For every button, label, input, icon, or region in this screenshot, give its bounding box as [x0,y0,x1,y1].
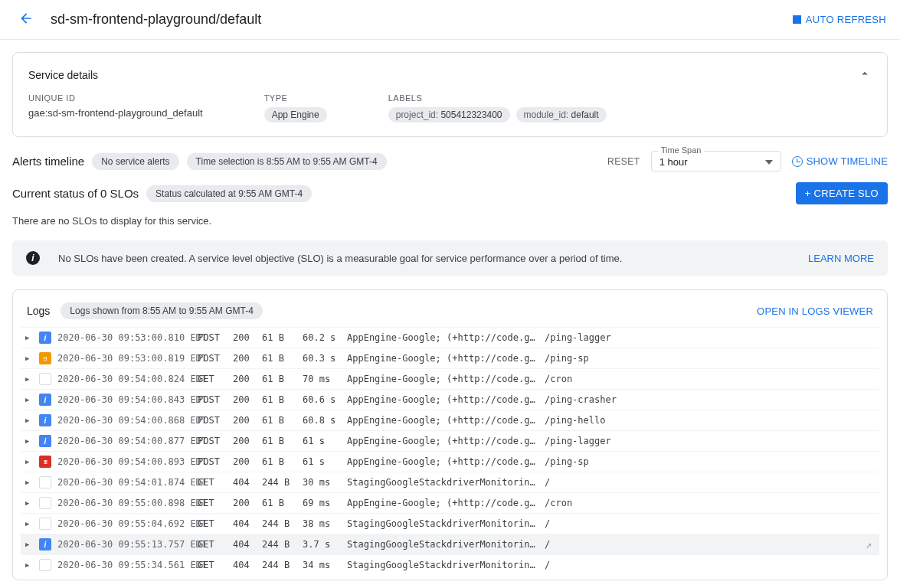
log-row[interactable]: ▶2020-06-30 09:54:00.893 EDTPOST20061 B6… [21,451,879,472]
auto-refresh-button[interactable]: AUTO REFRESH [793,14,886,25]
log-row[interactable]: ▶2020-06-30 09:53:00.810 EDTPOST20061 B6… [21,327,879,348]
service-details-title: Service details [28,69,98,81]
log-status: 200 [233,332,256,343]
expand-icon[interactable]: ▶ [25,458,33,466]
log-row[interactable]: ▶2020-06-30 09:54:00.877 EDTPOST20061 B6… [21,430,879,451]
log-timestamp: 2020-06-30 09:54:00.877 EDT [57,436,191,446]
timespan-select[interactable]: Time Span 1 hour [651,151,781,172]
log-method: GET [198,374,227,384]
log-status: 404 [233,518,256,529]
expand-icon[interactable]: ▶ [25,561,33,569]
log-agent: AppEngine-Google; (+http://code.googl… [347,374,538,384]
page-title: sd-sm-frontend-playground/default [51,11,261,28]
chevron-down-icon [765,160,773,165]
log-duration: 60.3 s [303,353,341,364]
expand-icon[interactable]: ▶ [25,334,33,341]
log-timestamp: 2020-06-30 09:55:34.561 EDT [57,560,191,570]
log-agent: AppEngine-Google; (+http://code.googl… [347,498,538,508]
log-method: POST [198,353,227,364]
collapse-icon[interactable] [858,67,872,83]
service-details-card: Service details UNIQUE ID gae:sd-sm-fron… [12,52,888,137]
type-label: TYPE [264,93,327,103]
learn-more-link[interactable]: LEARN MORE [808,253,874,264]
log-agent: AppEngine-Google; (+http://code.googl… [347,456,538,467]
stop-icon [793,15,801,24]
log-row[interactable]: ▶2020-06-30 09:54:00.868 EDTPOST20061 B6… [21,410,879,430]
unique-id-value: gae:sd-sm-frontend-playground_default [28,107,203,119]
log-row[interactable]: ▶2020-06-30 09:55:00.898 EDTGET20061 B69… [21,492,879,513]
log-row[interactable]: ▶2020-06-30 09:55:34.561 EDTGET404244 B3… [21,554,879,575]
expand-icon[interactable]: ▶ [25,541,33,548]
expand-icon[interactable]: ▶ [25,437,33,445]
log-duration: 38 ms [303,518,341,529]
log-status: 200 [233,436,256,446]
time-selection-chip: Time selection is 8:55 AM to 9:55 AM GMT… [187,153,387,170]
label-chip: module_id: default [516,107,607,122]
log-agent: StagingGoogleStackdriverMonitoring-Up… [347,477,538,488]
log-row[interactable]: ▶2020-06-30 09:54:00.843 EDTPOST20061 B6… [21,389,879,410]
expand-icon[interactable]: ▶ [25,499,33,507]
log-status: 200 [233,415,256,426]
log-size: 61 B [262,456,296,467]
no-alerts-chip: No service alerts [92,153,178,170]
log-duration: 70 ms [303,374,341,384]
log-agent: StagingGoogleStackdriverMonitoring-Up… [347,518,538,529]
log-row[interactable]: ▶2020-06-30 09:53:00.819 EDTPOST20061 B6… [21,348,879,368]
timespan-floating-label: Time Span [658,145,705,155]
log-timestamp: 2020-06-30 09:54:00.893 EDT [57,456,191,467]
expand-icon[interactable]: ▶ [25,375,33,383]
back-arrow-icon[interactable] [14,6,38,33]
log-duration: 61 s [303,456,341,467]
log-row[interactable]: ▶2020-06-30 09:55:04.692 EDTGET404244 B3… [21,513,879,534]
log-agent: StagingGoogleStackdriverMonitoring-Up… [347,539,538,550]
log-status: 200 [233,353,256,364]
severity-icon [39,497,51,509]
expand-icon[interactable]: ▶ [25,396,33,403]
expand-icon[interactable]: ▶ [25,354,33,362]
labels-label: LABELS [388,93,607,103]
logs-shown-chip: Logs shown from 8:55 AM to 9:55 AM GMT-4 [61,302,262,319]
expand-icon[interactable]: ▶ [25,520,33,528]
log-size: 61 B [262,353,296,364]
severity-icon [39,538,51,550]
log-status: 200 [233,456,256,467]
log-duration: 61 s [303,436,341,446]
open-logs-viewer-link[interactable]: OPEN IN LOGS VIEWER [757,305,873,317]
log-method: GET [198,477,227,488]
show-timeline-button[interactable]: SHOW TIMELINE [792,155,888,167]
log-size: 61 B [262,374,296,384]
label-chip: project_id: 505412323400 [388,107,510,122]
log-timestamp: 2020-06-30 09:55:13.757 EDT [57,539,191,550]
log-status: 200 [233,394,256,405]
log-agent: AppEngine-Google; (+http://code.googl… [347,394,538,405]
log-row[interactable]: ▶2020-06-30 09:54:00.824 EDTGET20061 B70… [21,368,879,389]
log-size: 244 B [262,560,296,570]
log-duration: 60.6 s [303,394,341,405]
expand-icon[interactable]: ▶ [25,416,33,424]
log-size: 61 B [262,394,296,405]
info-icon: i [26,251,40,265]
log-timestamp: 2020-06-30 09:55:00.898 EDT [57,498,191,508]
log-method: POST [198,394,227,405]
log-status: 404 [233,560,256,570]
severity-icon [39,456,51,468]
log-agent: AppEngine-Google; (+http://code.googl… [347,436,538,446]
severity-icon [39,435,51,447]
reset-link[interactable]: RESET [607,156,640,167]
log-duration: 3.7 s [303,539,341,550]
log-path: / [545,539,550,550]
log-agent: AppEngine-Google; (+http://code.googl… [347,415,538,426]
log-row[interactable]: ▶2020-06-30 09:55:13.757 EDTGET404244 B3… [21,534,879,554]
log-method: POST [198,436,227,446]
log-status: 200 [233,498,256,508]
log-method: POST [198,415,227,426]
log-duration: 34 ms [303,560,341,570]
log-method: POST [198,332,227,343]
create-slo-button[interactable]: + CREATE SLO [796,182,888,204]
log-agent: AppEngine-Google; (+http://code.googl… [347,332,538,343]
clock-icon [792,156,803,167]
expand-icon[interactable]: ▶ [25,479,33,486]
show-timeline-label: SHOW TIMELINE [807,155,888,167]
log-row[interactable]: ▶2020-06-30 09:54:01.874 EDTGET404244 B3… [21,472,879,492]
open-external-icon[interactable]: ↗ [866,539,872,550]
